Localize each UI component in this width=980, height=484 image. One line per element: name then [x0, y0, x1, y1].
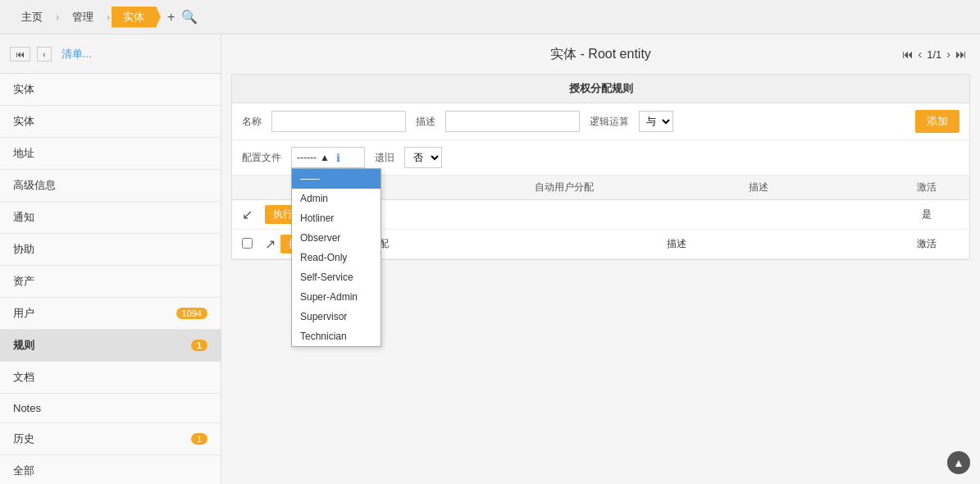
inherit-select[interactable]: 否 是	[404, 147, 442, 168]
info-icon: ℹ	[336, 152, 340, 164]
sidebar-label-all: 全部	[13, 463, 34, 478]
sidebar-item-entity2[interactable]: 实体	[0, 106, 221, 138]
last-page-button[interactable]: ⏭	[955, 48, 967, 61]
sidebar-item-advanced[interactable]: 高级信息	[0, 170, 221, 202]
sidebar-label-address: 地址	[13, 146, 34, 161]
sidebar-label-entity2: 实体	[13, 114, 34, 129]
content-header: 实体 - Root entity ⏮ ‹ 1/1 › ⏭	[221, 34, 980, 74]
col-header-active: 激活	[894, 180, 959, 194]
row2-desc: 描述	[667, 237, 887, 251]
sidebar-item-assist[interactable]: 协助	[0, 234, 221, 266]
nav-separator-1: ›	[56, 11, 59, 23]
row1-active: 是	[894, 208, 959, 221]
sidebar-item-notes[interactable]: Notes	[0, 394, 221, 423]
first-page-btn[interactable]: ⏮	[10, 47, 30, 62]
dropdown-item-observer[interactable]: Observer	[292, 228, 381, 248]
name-input[interactable]	[271, 111, 406, 132]
filter-row-2: 配置文件 ------ ▲ ℹ —— Admin Hotliner Observ…	[232, 140, 969, 176]
content-area: 实体 - Root entity ⏮ ‹ 1/1 › ⏭ 授权分配规则 名称 描…	[221, 34, 980, 484]
sidebar-item-address[interactable]: 地址	[0, 138, 221, 170]
search-icon[interactable]: 🔍	[181, 9, 198, 25]
scroll-to-top-button[interactable]: ▲	[947, 451, 970, 474]
direction-down-icon: ↙	[242, 208, 253, 221]
sidebar-item-entity1[interactable]: 实体	[0, 74, 221, 106]
config-label: 配置文件	[242, 151, 281, 165]
sidebar-item-all[interactable]: 全部	[0, 455, 221, 484]
inherit-label: 遗旧	[375, 151, 394, 165]
clear-link[interactable]: 清单...	[62, 47, 92, 62]
sidebar-label-asset: 资产	[13, 274, 34, 289]
page-navigation: ⏮ ‹ 1/1 › ⏭	[902, 48, 967, 61]
dropdown-item-superadmin[interactable]: Super-Admin	[292, 287, 381, 307]
rules-badge: 1	[191, 340, 207, 351]
dropdown-item-readonly[interactable]: Read-Only	[292, 248, 381, 267]
sidebar-item-asset[interactable]: 资产	[0, 266, 221, 298]
sidebar-label-assist: 协助	[13, 242, 34, 257]
sidebar-item-notify[interactable]: 通知	[0, 202, 221, 234]
col-header-desc: 描述	[749, 180, 887, 194]
sidebar-label-entity1: 实体	[13, 82, 34, 97]
sidebar-item-user[interactable]: 用户 1094	[0, 298, 221, 330]
sidebar-header: ⏮ ‹ 清单...	[0, 34, 221, 74]
panel-title: 授权分配规则	[232, 75, 969, 103]
sidebar-label-advanced: 高级信息	[13, 178, 56, 193]
logic-label: 逻辑运算	[590, 115, 629, 129]
logic-select-wrapper: 与 或	[639, 111, 673, 132]
sidebar-label-rules: 规则	[13, 338, 34, 353]
sidebar-label-docs: 文档	[13, 370, 34, 385]
config-dropdown-menu: —— Admin Hotliner Observer Read-Only Sel…	[291, 168, 381, 347]
sidebar-label-user: 用户	[13, 306, 34, 321]
row2-active: 激活	[894, 237, 959, 251]
top-navigation: 主页 › 管理 › 实体 + 🔍	[0, 0, 980, 34]
row2-checkbox[interactable]	[242, 238, 253, 249]
sidebar-item-history[interactable]: 历史 1	[0, 423, 221, 455]
direction-up-icon: ↗	[265, 236, 276, 252]
nav-entity[interactable]: 实体	[112, 7, 161, 28]
nav-separator-2: ›	[107, 11, 110, 23]
desc-label: 描述	[416, 115, 435, 129]
desc-input[interactable]	[445, 111, 580, 132]
dropdown-item-selfservice[interactable]: Self-Service	[292, 267, 381, 287]
config-select-arrow: ▲	[320, 152, 330, 163]
sidebar-label-notify: 通知	[13, 210, 34, 225]
sidebar-item-rules[interactable]: 规则 1	[0, 330, 221, 362]
config-select-btn[interactable]: ------ ▲ ℹ	[291, 147, 365, 168]
config-dropdown-wrapper: ------ ▲ ℹ —— Admin Hotliner Observer Re…	[291, 147, 365, 168]
dropdown-item-supervisor[interactable]: Supervisor	[292, 307, 381, 326]
history-badge: 1	[191, 433, 207, 445]
rules-panel: 授权分配规则 名称 描述 逻辑运算 与 或 添加 配置文件	[231, 74, 970, 260]
name-label: 名称	[242, 115, 262, 129]
logic-select[interactable]: 与 或	[640, 112, 672, 131]
user-badge: 1094	[176, 308, 207, 319]
page-title: 实体 - Root entity	[550, 46, 651, 63]
dropdown-item-blank[interactable]: ——	[292, 169, 381, 189]
config-select-value: ------	[297, 152, 317, 163]
col-header-auto: 自动用户分配	[535, 180, 742, 194]
first-page-button[interactable]: ⏮	[902, 48, 914, 61]
add-button[interactable]: 添加	[915, 110, 959, 133]
sidebar-item-docs[interactable]: 文档	[0, 362, 221, 394]
page-info: 1/1	[927, 48, 941, 61]
dropdown-item-technician[interactable]: Technician	[292, 326, 381, 346]
sidebar-label-history: 历史	[13, 431, 34, 446]
filter-row-1: 名称 描述 逻辑运算 与 或 添加	[232, 103, 969, 140]
prev-page-button[interactable]: ‹	[918, 48, 923, 61]
nav-home[interactable]: 主页	[10, 7, 54, 28]
sidebar: ⏮ ‹ 清单... 实体 实体 地址 高级信息 通知 协助 资产 用户 1094	[0, 34, 221, 484]
sidebar-label-notes: Notes	[13, 402, 41, 414]
row2-check	[242, 238, 258, 251]
dropdown-item-hotliner[interactable]: Hotliner	[292, 208, 381, 228]
next-page-button[interactable]: ›	[946, 48, 950, 61]
row1-check: ↙	[242, 207, 258, 222]
prev-page-btn[interactable]: ‹	[37, 47, 52, 62]
dropdown-item-admin[interactable]: Admin	[292, 189, 381, 208]
add-icon[interactable]: +	[167, 10, 175, 25]
main-container: ⏮ ‹ 清单... 实体 实体 地址 高级信息 通知 协助 资产 用户 1094	[0, 34, 980, 484]
nav-manage[interactable]: 管理	[61, 7, 105, 28]
